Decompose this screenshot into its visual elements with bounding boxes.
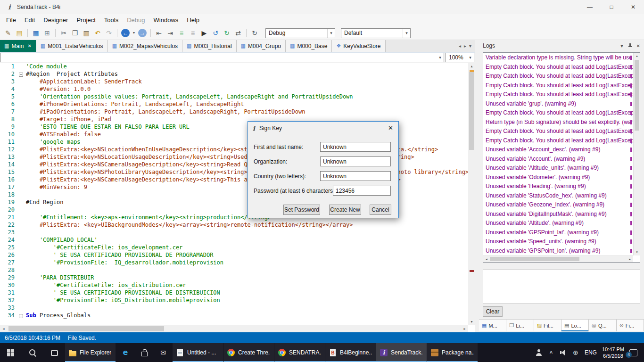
run-icon[interactable]: ▶ [199, 28, 209, 38]
people-icon[interactable] [535, 349, 543, 356]
paste-icon[interactable]: ▥ [81, 28, 91, 38]
tab-m003_historial[interactable]: ▦M003_Historial [182, 40, 236, 52]
navigate-forward-icon[interactable]: → [138, 29, 147, 37]
menu-windows[interactable]: Windows [149, 14, 183, 26]
scroll-right-icon[interactable]: ▸ [627, 256, 633, 263]
network-icon[interactable]: ⊕ [572, 349, 579, 356]
outdent-icon[interactable]: ⇤ [154, 28, 164, 38]
scroll-up-icon[interactable]: ▴ [468, 63, 475, 70]
log-entry[interactable]: Unused variable 'Altitude_units'. (warni… [483, 164, 633, 173]
logs-dropdown-icon[interactable]: ▾ [621, 43, 623, 49]
file-explorer-button[interactable]: File Explorer [65, 343, 116, 362]
pin-icon[interactable] [627, 43, 632, 49]
log-entry[interactable]: Empty Catch block. You should at least a… [483, 127, 633, 136]
cut-icon[interactable]: ✂ [58, 28, 69, 38]
scrollbar-thumb[interactable] [469, 72, 474, 150]
sync-icon[interactable]: ⇄ [233, 28, 243, 38]
tool-tab-modules[interactable]: ▦M... [479, 320, 506, 331]
store-button[interactable] [135, 343, 154, 362]
log-entry[interactable]: Empty Catch block. You should at least a… [483, 90, 633, 99]
scroll-left-icon[interactable]: ◂ [483, 256, 490, 263]
redo-icon[interactable]: ↷ [104, 28, 114, 38]
logs-horizontal-scrollbar[interactable]: ◂ ▸ [483, 255, 633, 262]
log-entry[interactable]: Unused variable 'grup'. (warning #9) [483, 99, 633, 109]
log-entry[interactable]: Unused variable 'GPSPoint_lat'. (warning… [483, 228, 633, 238]
log-entry[interactable]: Variable declaration type is missing. St… [483, 53, 633, 63]
search-button[interactable] [22, 343, 43, 362]
notepad-button[interactable]: Untitled - ... [173, 343, 223, 362]
menu-project[interactable]: Project [72, 14, 99, 26]
log-entry[interactable]: Unused variable 'StatusCode_hex'. (warni… [483, 191, 633, 201]
build-mode-combo[interactable]: Debug▾ [265, 28, 335, 38]
clear-logs-button[interactable]: Clear [483, 306, 503, 317]
set-password-button[interactable]: Set Password [283, 205, 320, 215]
cancel-button[interactable]: Cancel [370, 205, 391, 215]
package-name-button[interactable]: Package na... [427, 343, 478, 362]
menu-designer[interactable]: Designer [39, 14, 72, 26]
tool-tab-logs[interactable]: ▤Lo... [561, 320, 589, 331]
organization-input[interactable] [320, 156, 391, 166]
code-editor[interactable]: ▾ 100% ▾ 1'Code module2−#Region Project … [0, 52, 475, 332]
log-entry[interactable]: Unused variable 'GPSPoint_lon'. (warning… [483, 247, 633, 256]
log-entry[interactable]: Unused variable 'Account_desc'. (warning… [483, 145, 633, 155]
log-entry[interactable]: Unused variable 'DigitalInputMask'. (war… [483, 210, 633, 219]
navigate-back-icon[interactable]: ← [121, 29, 130, 37]
logs-close-icon[interactable]: ✕ [636, 43, 640, 49]
log-entry[interactable]: Unused variable 'Speed_units'. (warning … [483, 237, 633, 247]
language-indicator[interactable]: ENG [585, 349, 597, 356]
volume-icon[interactable] [560, 349, 567, 356]
log-entry[interactable]: Unused variable 'Altitude'. (warning #9) [483, 219, 633, 228]
tool-tab-files[interactable]: ▨Fil... [534, 320, 561, 331]
maximize-button[interactable]: □ [601, 0, 622, 14]
minimize-button[interactable]: — [579, 0, 601, 14]
fold-toggle-icon[interactable]: − [19, 314, 23, 318]
clean-project-icon[interactable]: ↻ [249, 28, 260, 38]
scroll-right-icon[interactable]: ▸ [461, 325, 468, 332]
task-view-button[interactable] [43, 343, 65, 362]
comment-icon[interactable]: ≡ [176, 28, 187, 38]
editor-vertical-scrollbar[interactable]: ▴ ▾ [468, 63, 475, 325]
edge-button[interactable]: e [116, 343, 135, 362]
tab-m001_listarvehiculos[interactable]: ▦M001_ListarVehiculos [36, 40, 108, 52]
mail-button[interactable]: ✉ [154, 343, 173, 362]
clock[interactable]: 10:47 PM 6/5/2018 [602, 346, 624, 359]
action-center-icon[interactable]: 4 [629, 349, 637, 356]
log-entry[interactable]: Unused variable 'Geozone_index'. (warnin… [483, 200, 633, 210]
back-history-caret-icon[interactable]: ▾ [132, 28, 136, 38]
open-project-icon[interactable]: ▤ [14, 28, 25, 38]
zoom-combo[interactable]: 100% ▾ [446, 53, 474, 62]
build-configuration-combo[interactable]: Default▾ [341, 28, 411, 38]
tab-m002_mapasvehiculos[interactable]: ▦M002_MapasVehiculos [108, 40, 182, 52]
scrollbar-thumb[interactable] [490, 257, 579, 261]
tool-tab-quick-search[interactable]: ◎Q... [589, 320, 616, 331]
logs-vertical-scrollbar[interactable]: ▴ ▾ [633, 53, 640, 255]
chrome-window-1-button[interactable]: Create Thre... [223, 343, 274, 362]
close-tab-icon[interactable]: ✕ [27, 43, 31, 49]
dialog-close-icon[interactable]: ✕ [388, 124, 393, 132]
scroll-up-icon[interactable]: ▴ [634, 53, 640, 59]
country-input[interactable] [320, 171, 391, 181]
log-entry[interactable]: Empty Catch block. You should at least a… [483, 63, 633, 72]
b4i-beginners-guide-button[interactable]: BB4iBeginne... [325, 343, 376, 362]
sendatrack-button[interactable]: iSendaTrack... [376, 343, 427, 362]
menu-tools[interactable]: Tools [100, 14, 123, 26]
scroll-down-icon[interactable]: ▾ [468, 318, 475, 325]
new-module-icon[interactable]: ✎ [3, 28, 13, 38]
close-button[interactable]: ✕ [622, 0, 644, 14]
scroll-down-icon[interactable]: ▾ [634, 249, 640, 255]
save-icon[interactable]: ▦ [31, 28, 41, 38]
log-entry[interactable]: Return type (in Sub signature) should be… [483, 118, 633, 127]
menu-edit[interactable]: Edit [20, 14, 39, 26]
chrome-window-2-button[interactable]: SENDATRA... [274, 343, 325, 362]
indent-icon[interactable]: ⇥ [165, 28, 175, 38]
tool-tab-find[interactable]: ⊙Fi... [617, 320, 644, 331]
save-all-icon[interactable]: ⊞ [42, 28, 52, 38]
member-selector-combo[interactable]: ▾ [0, 53, 444, 62]
compile-debug-icon[interactable]: ↺ [210, 28, 221, 38]
tabs-scroll-right-icon[interactable]: ▸ [464, 43, 466, 49]
copy-icon[interactable]: ❐ [70, 28, 80, 38]
logs-detail-box[interactable] [483, 270, 640, 304]
tabs-scroll-left-icon[interactable]: ◂ [459, 43, 461, 49]
tab-m000_base[interactable]: ▦M000_Base [286, 40, 332, 52]
log-entry[interactable]: Empty Catch block. You should at least a… [483, 81, 633, 90]
